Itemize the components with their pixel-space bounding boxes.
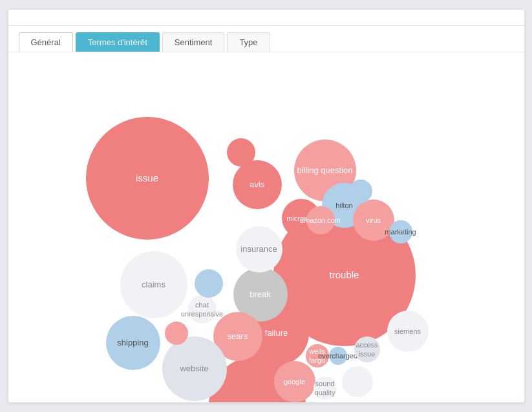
tab-sentiment[interactable]: Sentiment [162, 32, 225, 52]
bubble-small_circle_5[interactable] [342, 366, 373, 397]
bubble-label-overcharged: overcharged [315, 349, 360, 363]
bubble-label-access_issue: access issue [353, 338, 380, 362]
bubble-siemens[interactable]: siemens [387, 311, 429, 352]
bubble-label-wells_fargo: wells fargo [306, 344, 329, 368]
bubble-label-billing_question: billing question [294, 163, 355, 179]
bubble-label-failure: failure [262, 325, 290, 342]
bubble-virus[interactable]: virus [353, 200, 394, 241]
bubble-label-marketing: marketing [382, 225, 418, 239]
bubble-failure[interactable]: failure [244, 301, 309, 366]
bubble-google[interactable]: google [274, 361, 315, 402]
bubble-avis[interactable]: avis [233, 160, 282, 209]
bubble-label-chat_unresponsive: chat unresponsive [178, 298, 226, 322]
bubble-issue[interactable]: issue [86, 117, 209, 240]
bubble-microsoft[interactable]: microsoft [282, 199, 321, 238]
bubble-label-claims: claims [139, 277, 168, 293]
bubble-amazon[interactable]: amazon.com [306, 206, 335, 234]
bubble-label-hilton: hilton [333, 198, 355, 212]
main-card: Général Termes d'intérêt Sentiment Type … [8, 9, 525, 403]
bubble-marketing[interactable]: marketing [389, 220, 412, 243]
bubble-label-amazon: amazon.com [297, 213, 343, 227]
bubble-label-virus: virus [363, 213, 383, 227]
bubble-trouble[interactable]: trouble [273, 204, 416, 346]
bubble-label-trouble: trouble [327, 266, 362, 284]
tab-bar: Général Termes d'intérêt Sentiment Type [8, 26, 524, 52]
bubble-label-shipping: shipping [114, 335, 151, 351]
bubble-label-issue: issue [133, 169, 161, 187]
bubble-shipping[interactable]: shipping [106, 316, 160, 370]
bubble-small_circle_4[interactable] [349, 180, 372, 203]
card-header [8, 10, 524, 26]
bubble-wells_fargo[interactable]: wells fargo [306, 344, 329, 367]
bubble-label-error: error [244, 395, 270, 402]
bubble-label-google: google [281, 375, 308, 389]
bubble-small_circle_3[interactable] [165, 322, 188, 345]
bubble-chat_unresponsive[interactable]: chat unresponsive [188, 295, 217, 324]
bubble-billing_question[interactable]: billing question [294, 139, 356, 201]
bubble-access_issue[interactable]: access issue [354, 336, 380, 362]
bubble-hilton[interactable]: hilton [322, 183, 367, 228]
bubble-home_depot[interactable]: home depot [299, 401, 322, 402]
bubble-error[interactable]: error [209, 356, 306, 402]
bubble-overcharged[interactable]: overcharged [329, 347, 347, 365]
bubble-label-website: website [177, 361, 211, 377]
tab-termes[interactable]: Termes d'intérêt [76, 32, 160, 52]
bubble-label-siemens: siemens [392, 324, 423, 338]
tab-general[interactable]: Général [19, 32, 73, 52]
bubble-label-sound_quality: sound quality [312, 376, 338, 400]
bubble-label-sears: sears [225, 329, 251, 345]
bubble-sears[interactable]: sears [213, 312, 262, 361]
bubble-small_circle_2[interactable] [227, 138, 255, 167]
bubble-website[interactable]: website [162, 336, 227, 401]
bubble-claims[interactable]: claims [120, 251, 187, 318]
bubble-label-avis: avis [247, 177, 267, 193]
bubble-insurance[interactable]: insurance [236, 226, 282, 273]
bubble-label-microsoft: microsoft [284, 211, 318, 225]
tab-type[interactable]: Type [227, 32, 270, 52]
bubble-small_circle_1[interactable] [195, 269, 223, 298]
bubble-chart: issuetroubleerrorfailureavisbreaksearsbi… [8, 52, 524, 402]
bubble-label-insurance: insurance [238, 242, 279, 258]
bubble-break[interactable]: break [233, 267, 288, 322]
bubble-label-home_depot: home depot [299, 401, 322, 402]
bubble-sound_quality[interactable]: sound quality [314, 376, 337, 400]
bubble-label-break: break [247, 287, 273, 303]
